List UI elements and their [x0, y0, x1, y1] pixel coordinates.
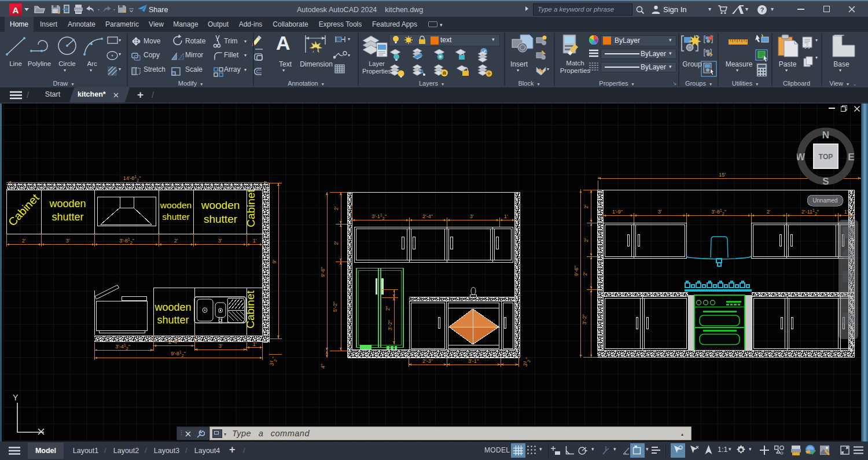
svg-text:3'-812": 3'-812" [119, 237, 134, 245]
svg-text:3': 3' [219, 343, 223, 349]
svg-text:1'-9": 1'-9" [612, 209, 623, 215]
svg-text:1': 1' [504, 214, 508, 219]
svg-text:Cabinet: Cabinet [6, 191, 42, 229]
svg-text:shutter: shutter [204, 213, 238, 225]
svg-text:2': 2' [582, 271, 588, 275]
svg-text:2'-1112": 2'-1112" [801, 208, 819, 216]
svg-text:14'-812": 14'-812" [123, 175, 141, 182]
svg-text:2': 2' [583, 204, 589, 208]
svg-text:3'-812": 3'-812" [711, 208, 726, 216]
svg-text:312": 312" [521, 356, 532, 368]
svg-text:2'-4": 2'-4" [422, 214, 433, 219]
svg-text:3': 3' [470, 214, 474, 219]
svg-text:wooden: wooden [49, 198, 86, 209]
svg-text:wooden: wooden [154, 301, 191, 313]
svg-text:1': 1' [253, 238, 257, 244]
svg-text:3': 3' [658, 209, 662, 215]
svg-text:TOP: TOP [819, 153, 833, 161]
svg-text:N: N [822, 130, 829, 141]
svg-text:9': 9' [271, 259, 277, 263]
svg-text:5'-2": 5'-2" [332, 301, 338, 312]
svg-text:2'-3": 2'-3" [422, 358, 433, 364]
svg-text:3'-2": 3'-2" [387, 320, 393, 330]
svg-text:shutter: shutter [157, 314, 189, 326]
svg-text:2': 2' [22, 238, 26, 244]
svg-text:1': 1' [844, 209, 848, 215]
svg-text:E: E [848, 152, 854, 163]
svg-text:2': 2' [333, 206, 339, 210]
svg-text:2": 2" [385, 306, 391, 311]
svg-text:2': 2' [174, 238, 178, 244]
svg-text:312": 312" [268, 356, 278, 367]
svg-text:2': 2' [333, 241, 339, 245]
svg-text:Y: Y [13, 393, 19, 402]
svg-text:3': 3' [218, 238, 222, 244]
svg-text:3': 3' [66, 238, 70, 244]
svg-text:3'-412": 3'-412" [115, 343, 130, 351]
svg-text:15': 15' [719, 172, 726, 178]
svg-text:2': 2' [583, 238, 589, 242]
svg-text:1': 1' [253, 341, 257, 347]
svg-text:wooden: wooden [160, 200, 192, 210]
svg-text:Cabinet: Cabinet [244, 290, 256, 329]
svg-text:2'-4": 2'-4" [168, 339, 179, 345]
svg-text:3'-2": 3'-2" [582, 314, 587, 325]
svg-text:Cabinet: Cabinet [245, 189, 257, 227]
svg-text:9'-6": 9'-6" [320, 267, 326, 277]
svg-text:9'-812": 9'-812" [171, 350, 186, 358]
svg-text:9'-6": 9'-6" [573, 266, 579, 276]
svg-text:Unnamed: Unnamed [812, 197, 837, 204]
svg-text:3'-1": 3'-1" [468, 358, 479, 364]
svg-text:S: S [822, 176, 829, 186]
svg-text:2': 2' [767, 209, 771, 215]
svg-text:4": 4" [320, 364, 326, 369]
svg-text:W: W [797, 152, 806, 163]
svg-text:wooden: wooden [201, 199, 240, 211]
svg-text:3'-112": 3'-112" [372, 213, 387, 220]
svg-text:shutter: shutter [52, 211, 83, 223]
svg-text:shutter: shutter [162, 212, 189, 222]
